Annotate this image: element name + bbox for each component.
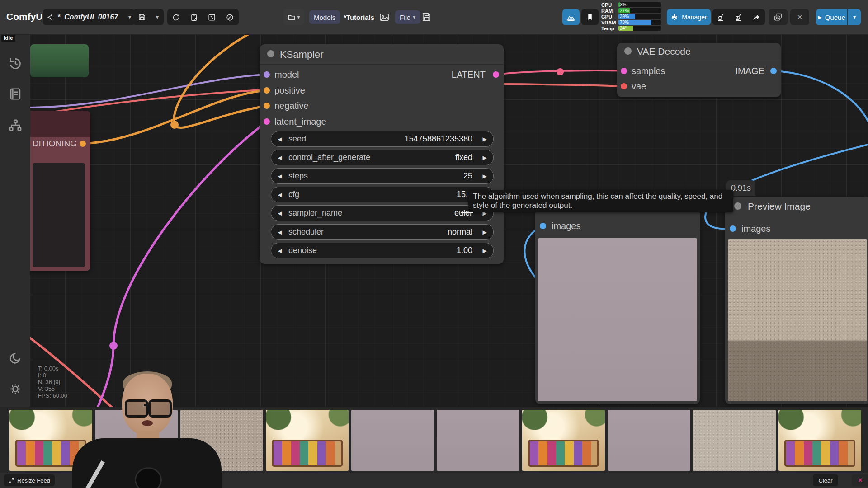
increment-arrow-icon[interactable]: ▶ (476, 229, 493, 235)
green-node-partial[interactable] (30, 44, 89, 77)
tab-file[interactable]: File ▾ (395, 10, 420, 24)
save-disk-icon[interactable] (421, 12, 432, 22)
save-button[interactable] (138, 13, 146, 21)
scheduler-widget[interactable]: ◀ scheduler normal ▶ (271, 224, 494, 240)
feed-thumbnail-8[interactable] (608, 410, 690, 471)
images-input-slot[interactable] (730, 225, 736, 232)
decrement-arrow-icon[interactable]: ◀ (271, 173, 288, 179)
widget-value[interactable]: 15.0 (299, 190, 476, 199)
text-widget-area[interactable] (33, 163, 85, 267)
conditioning-output-slot[interactable] (80, 141, 86, 147)
feed-thumbnail-7[interactable] (522, 410, 605, 471)
widget-value[interactable]: 25 (308, 171, 476, 181)
images-input-label: images (741, 224, 770, 234)
widget-value[interactable]: 1.00 (317, 246, 476, 255)
widget-value[interactable]: euler (342, 208, 476, 218)
increment-arrow-icon[interactable]: ▶ (476, 136, 493, 142)
clean-workflow-alt-icon[interactable] (734, 13, 743, 22)
stat-label: Temp (601, 26, 618, 31)
cfg-widget[interactable]: ◀ cfg 15.0 ▶ (271, 187, 494, 202)
tab-models[interactable]: Models (309, 10, 340, 24)
images-input-slot[interactable] (540, 223, 546, 229)
latent-image-input-slot[interactable] (264, 118, 270, 125)
negative-input-slot[interactable] (264, 103, 270, 109)
gallery-button[interactable] (769, 9, 788, 25)
samples-input-slot[interactable] (621, 68, 627, 74)
collapse-dot[interactable] (734, 202, 741, 210)
generated-image-preview[interactable] (538, 238, 697, 401)
decrement-arrow-icon[interactable]: ◀ (271, 229, 288, 235)
chevron-down-icon[interactable]: ▾ (128, 14, 131, 20)
feed-thumbnail-9[interactable] (693, 410, 776, 471)
disable-ban-button[interactable] (226, 13, 234, 22)
save-button-group: ▾ (133, 9, 164, 25)
manager-button[interactable]: Manager (667, 9, 711, 25)
sampler-name-widget[interactable]: ◀ sampler_name euler ▶ (271, 205, 494, 221)
refresh-button[interactable] (172, 13, 180, 22)
workflow-selector[interactable]: *_ComfyUI_00167 ▾ (43, 9, 135, 25)
cancel-button[interactable]: × (790, 9, 809, 25)
control-after-generate-widget[interactable]: ◀ control_after_generate fixed ▶ (271, 150, 494, 165)
resize-feed-button[interactable]: Resize Feed (4, 474, 55, 486)
ram-stat-row: RAM 27% (601, 8, 663, 14)
steps-widget[interactable]: ◀ steps 25 ▶ (271, 168, 494, 184)
feed-thumbnail-4[interactable] (266, 410, 349, 471)
image-icon[interactable] (379, 12, 390, 23)
vram-stat-row: VRAM 78% (601, 19, 663, 25)
widget-value[interactable]: fixed (370, 153, 476, 162)
positive-input-label: positive (274, 85, 305, 96)
clipboard-edit-button[interactable] (190, 13, 198, 22)
share-icon[interactable] (47, 14, 54, 21)
theme-moon-icon[interactable] (8, 351, 23, 366)
generated-image-preview[interactable] (728, 239, 867, 401)
collapse-dot[interactable] (624, 47, 632, 55)
denoise-widget[interactable]: ◀ denoise 1.00 ▶ (271, 243, 494, 258)
collapse-dot[interactable] (267, 50, 274, 57)
settings-gear-icon[interactable] (8, 381, 23, 397)
tab-tutorials[interactable]: *Tutorials (339, 10, 379, 24)
canvas-frame-button[interactable] (208, 13, 216, 22)
image-output-slot[interactable] (770, 68, 777, 74)
widget-value[interactable]: 154758861235380 (306, 134, 476, 144)
manager-label: Manager (682, 14, 707, 21)
vae-input-slot[interactable] (621, 83, 627, 89)
decrement-arrow-icon[interactable]: ◀ (271, 192, 288, 198)
positive-input-slot[interactable] (264, 87, 270, 94)
history-icon[interactable] (8, 56, 23, 71)
decrement-arrow-icon[interactable]: ◀ (271, 210, 288, 216)
seed-widget[interactable]: ◀ seed 154758861235380 ▶ (271, 131, 494, 147)
logs-icon[interactable] (8, 86, 23, 102)
save-image-node[interactable]: images (535, 209, 700, 404)
bookmark-button[interactable] (581, 9, 599, 25)
workflows-icon[interactable] (8, 117, 23, 133)
model-input-slot[interactable] (264, 71, 270, 78)
stat-label: VRAM (601, 20, 618, 25)
increment-arrow-icon[interactable]: ▶ (476, 173, 493, 179)
save-options-chevron-icon[interactable]: ▾ (156, 14, 159, 20)
increment-arrow-icon[interactable]: ▶ (476, 248, 493, 254)
queue-options-button[interactable]: ▾ (848, 9, 861, 25)
decrement-arrow-icon[interactable]: ◀ (271, 136, 288, 142)
clean-workflow-icon[interactable] (717, 13, 726, 22)
increment-arrow-icon[interactable]: ▶ (476, 155, 493, 161)
node-header[interactable] (27, 111, 90, 137)
clip-text-encode-node[interactable]: DITIONING (27, 111, 90, 271)
share-arrow-icon[interactable] (752, 13, 761, 22)
decrement-arrow-icon[interactable]: ◀ (271, 155, 288, 161)
folder-menu-button[interactable]: ▾ (283, 9, 304, 25)
preview-image-node[interactable]: Preview Image images (725, 197, 868, 404)
widget-value[interactable]: normal (324, 227, 476, 237)
feed-thumbnail-10[interactable] (778, 410, 861, 471)
clear-feed-button[interactable]: Clear (813, 474, 838, 486)
vae-decode-node[interactable]: VAE Decode samples vae IMAGE (617, 43, 781, 97)
feed-thumbnail-6[interactable] (437, 410, 519, 471)
close-feed-button[interactable]: × (852, 474, 868, 486)
latent-output-slot[interactable] (493, 71, 499, 78)
ksampler-node[interactable]: KSampler model positive negative latent_… (260, 44, 504, 264)
decrement-arrow-icon[interactable]: ◀ (271, 248, 288, 254)
analytics-button[interactable] (562, 9, 580, 25)
litegraph-debug-stats: T: 0.00s I: 0 N: 36 [9] V: 355 FPS: 60.0… (38, 365, 67, 399)
queue-button[interactable]: ▶ Queue (816, 9, 847, 25)
feed-thumbnail-5[interactable] (351, 410, 434, 471)
tab-label: *Tutorials (344, 14, 374, 21)
